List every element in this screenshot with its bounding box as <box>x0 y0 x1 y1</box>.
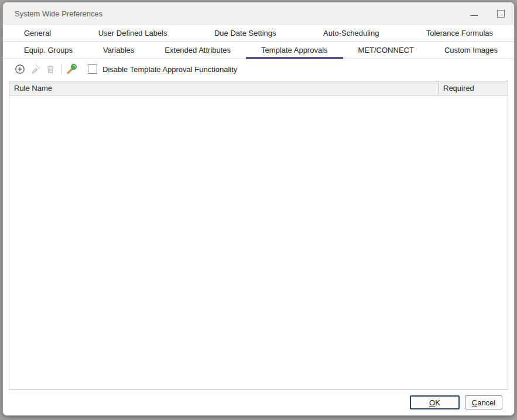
window-title: System Wide Preferences <box>15 9 102 18</box>
edit-rule-button[interactable] <box>28 62 43 77</box>
maximize-icon <box>497 10 505 18</box>
disable-template-approval-label[interactable]: Disable Template Approval Functionality <box>102 65 237 74</box>
toolbar-separator <box>61 64 61 74</box>
tab-extended-attributes[interactable]: Extended Attributes <box>149 42 246 59</box>
add-circle-icon <box>15 64 25 74</box>
wizard-wand-color-icon <box>66 63 78 75</box>
column-header-rule-name: Rule Name <box>9 81 439 95</box>
cancel-rest: ancel <box>477 398 495 407</box>
minimize-icon <box>470 15 478 16</box>
tab-user-defined-labels[interactable]: User Defined Labels <box>83 25 183 41</box>
tab-tolerance-formulas[interactable]: Tolerance Formulas <box>411 25 508 41</box>
tab-general[interactable]: General <box>9 25 66 41</box>
footer: OK Cancel <box>3 390 514 415</box>
tab-template-approvals[interactable]: Template Approvals <box>246 42 343 59</box>
tab-equip-groups[interactable]: Equip. Groups <box>9 42 88 59</box>
tab-custom-images[interactable]: Custom Images <box>429 42 513 59</box>
disable-template-approval-checkbox[interactable] <box>88 64 97 74</box>
tab-row-2: Equip. Groups Variables Extended Attribu… <box>3 42 514 59</box>
tab-variables[interactable]: Variables <box>88 42 149 59</box>
disable-template-approval-row: Disable Template Approval Functionality <box>88 64 237 74</box>
rules-table-header: Rule Name Required <box>9 81 508 95</box>
window-controls <box>460 2 514 25</box>
tab-auto-scheduling[interactable]: Auto-Scheduling <box>308 25 394 41</box>
trash-icon <box>45 64 56 74</box>
rules-table: Rule Name Required <box>9 81 508 390</box>
column-header-required: Required <box>439 81 508 95</box>
delete-rule-button[interactable] <box>43 62 58 77</box>
cancel-button[interactable]: Cancel <box>465 395 502 409</box>
minimize-button[interactable] <box>460 2 487 25</box>
rules-table-body <box>9 95 508 389</box>
maximize-button[interactable] <box>487 2 514 25</box>
tab-met-connect[interactable]: MET/CONNECT <box>343 42 429 59</box>
system-wide-preferences-dialog: System Wide Preferences General User Def… <box>2 2 515 416</box>
titlebar: System Wide Preferences <box>3 2 514 25</box>
tab-due-date-settings[interactable]: Due Date Settings <box>199 25 292 41</box>
ok-rest: K <box>435 398 440 407</box>
ok-mnemonic: O <box>429 398 435 407</box>
tab-row-1: General User Defined Labels Due Date Set… <box>3 25 514 42</box>
ok-button[interactable]: OK <box>410 395 460 409</box>
wizard-button[interactable] <box>64 62 80 77</box>
cancel-mnemonic: C <box>472 398 477 407</box>
edit-wand-icon <box>30 64 40 74</box>
toolbar: Disable Template Approval Functionality <box>3 59 514 79</box>
add-rule-button[interactable] <box>12 62 28 77</box>
